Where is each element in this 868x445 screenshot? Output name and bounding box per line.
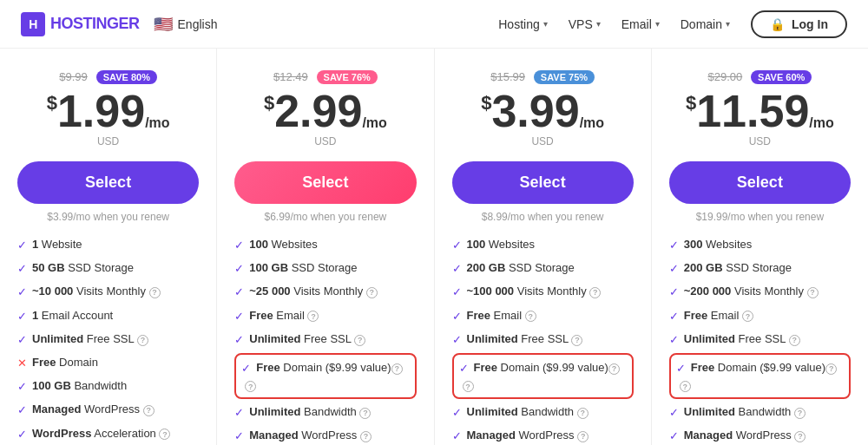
price-amount: 3.99: [491, 88, 579, 134]
checkmark-icon: ✓: [17, 332, 27, 348]
feature-item: ✓100 Websites: [452, 233, 634, 257]
info-icon[interactable]: ?: [589, 287, 601, 298]
feature-text: 1 Email Account: [32, 308, 113, 324]
checkmark-icon: ✓: [452, 429, 462, 444]
checkmark-icon: ✓: [452, 405, 462, 421]
plan-card-premium: $12.49 SAVE 76% $ 2.99 /mo USD Select$6.…: [217, 49, 434, 445]
checkmark-icon: ✓: [234, 405, 244, 421]
nav-domain[interactable]: Domain ▾: [681, 17, 730, 31]
info-icon[interactable]: ?: [137, 335, 148, 346]
info-icon[interactable]: ?: [680, 381, 691, 392]
feature-text: 200 GB SSD Storage: [684, 260, 792, 276]
price-dollar-sign: $: [686, 94, 696, 113]
feature-text: Managed WordPress ?: [249, 428, 372, 443]
checkmark-icon: ✓: [17, 261, 27, 277]
feature-item: ✓Managed WordPress ?: [17, 398, 199, 422]
price-dollar-sign: $: [481, 94, 491, 113]
info-icon[interactable]: ?: [391, 363, 403, 375]
info-icon[interactable]: ?: [359, 408, 371, 419]
info-icon[interactable]: ?: [577, 408, 589, 419]
checkmark-icon: ✓: [459, 361, 469, 376]
info-icon[interactable]: ?: [354, 335, 365, 346]
original-price: $15.99: [490, 70, 525, 83]
select-button-cloud[interactable]: Select: [669, 161, 851, 204]
feature-text: Free Domain ($9.99 value)?: [691, 360, 837, 376]
feature-text: Free Email ?: [684, 308, 753, 324]
price-row: $ 2.99 /mo: [234, 88, 416, 134]
info-icon[interactable]: ?: [360, 431, 372, 442]
currency-label: USD: [17, 135, 199, 147]
feature-item: ✓Free Domain ($9.99 value)?: [241, 358, 409, 378]
chevron-down-icon: ▾: [596, 19, 601, 29]
info-icon[interactable]: ?: [789, 335, 800, 346]
features-list: ✓100 Websites✓200 GB SSD Storage✓~100 00…: [452, 233, 634, 445]
checkmark-icon: ✓: [669, 285, 679, 300]
price-header: $9.99 SAVE 80% $ 1.99 /mo USD: [17, 69, 199, 147]
feature-text: Free Email ?: [467, 308, 536, 324]
highlight-domain-box: ✓Free Domain ($9.99 value)??: [452, 353, 634, 399]
checkmark-icon: ✓: [669, 405, 679, 421]
feature-text: ~100 000 Visits Monthly ?: [467, 284, 602, 299]
price-row: $ 1.99 /mo: [17, 88, 199, 134]
select-button-premium[interactable]: Select: [234, 161, 416, 204]
info-icon[interactable]: ?: [807, 287, 819, 298]
feature-text: WordPress Acceleration ?: [32, 426, 170, 442]
info-icon[interactable]: ?: [825, 363, 837, 375]
feature-item: ✓Unlimited Free SSL ?: [234, 328, 416, 351]
price-per-month: /mo: [362, 116, 386, 130]
features-list: ✓1 Website✓50 GB SSD Storage✓~10 000 Vis…: [17, 233, 199, 445]
feature-item: ✕Free Domain: [17, 351, 199, 375]
nav-email-label: Email: [621, 17, 652, 31]
info-icon[interactable]: ?: [307, 311, 319, 322]
feature-text: Managed WordPress ?: [684, 428, 806, 443]
info-icon[interactable]: ?: [794, 408, 806, 419]
info-icon[interactable]: ?: [794, 431, 806, 442]
info-icon[interactable]: ?: [143, 405, 155, 416]
feature-text: Unlimited Bandwidth ?: [249, 404, 371, 420]
info-icon[interactable]: ?: [159, 429, 170, 440]
checkmark-icon: ✓: [17, 309, 27, 324]
login-button[interactable]: 🔒 Log In: [751, 10, 847, 38]
select-button-starter[interactable]: Select: [17, 161, 199, 204]
renew-price: $3.99/mo when you renew: [17, 211, 199, 223]
login-label: Log In: [792, 17, 828, 31]
info-icon[interactable]: ?: [571, 335, 582, 346]
info-icon[interactable]: ?: [463, 381, 474, 392]
checkmark-icon: ✓: [241, 361, 251, 376]
feature-item: ✓200 GB SSD Storage: [669, 257, 851, 280]
info-icon[interactable]: ?: [149, 287, 161, 298]
nav-vps[interactable]: VPS ▾: [569, 17, 601, 31]
info-icon[interactable]: ?: [577, 431, 589, 442]
price-row: $ 3.99 /mo: [452, 88, 634, 134]
checkmark-icon: ✓: [17, 427, 27, 442]
checkmark-icon: ✓: [452, 238, 462, 253]
info-icon[interactable]: ?: [245, 381, 256, 392]
checkmark-icon: ✓: [676, 361, 686, 376]
info-icon[interactable]: ?: [525, 311, 536, 322]
price-per-month: /mo: [580, 116, 604, 130]
original-price: $9.99: [59, 70, 88, 83]
features-list: ✓300 Websites✓200 GB SSD Storage✓~200 00…: [669, 233, 851, 445]
save-badge: SAVE 75%: [534, 70, 595, 84]
feature-item: ✓Unlimited Bandwidth ?: [234, 401, 416, 424]
checkmark-icon: ✓: [234, 285, 244, 300]
feature-text: Free Domain ($9.99 value)?: [474, 360, 620, 376]
info-icon[interactable]: ?: [742, 311, 753, 322]
original-price: $12.49: [273, 70, 308, 83]
price-dollar-sign: $: [264, 94, 274, 113]
feature-item: ✓Managed WordPress ?: [669, 424, 851, 445]
info-icon[interactable]: ?: [608, 363, 620, 375]
checkmark-icon: ✓: [669, 309, 679, 324]
language-selector[interactable]: 🇺🇸 English: [154, 15, 218, 34]
logo[interactable]: H HOSTINGER: [21, 12, 140, 36]
nav-hosting[interactable]: Hosting ▾: [498, 17, 547, 31]
feature-item: ✓Free Email ?: [234, 304, 416, 328]
select-button-business[interactable]: Select: [452, 161, 634, 204]
feature-text: 100 Websites: [467, 237, 536, 252]
logo-text: HOSTINGER: [50, 15, 140, 33]
feature-text: ~10 000 Visits Monthly ?: [32, 284, 161, 299]
info-icon[interactable]: ?: [366, 287, 378, 298]
price-header: $29.00 SAVE 60% $ 11.59 /mo USD: [669, 69, 851, 147]
nav-email[interactable]: Email ▾: [621, 17, 660, 31]
feature-text: Free Email ?: [249, 308, 319, 324]
